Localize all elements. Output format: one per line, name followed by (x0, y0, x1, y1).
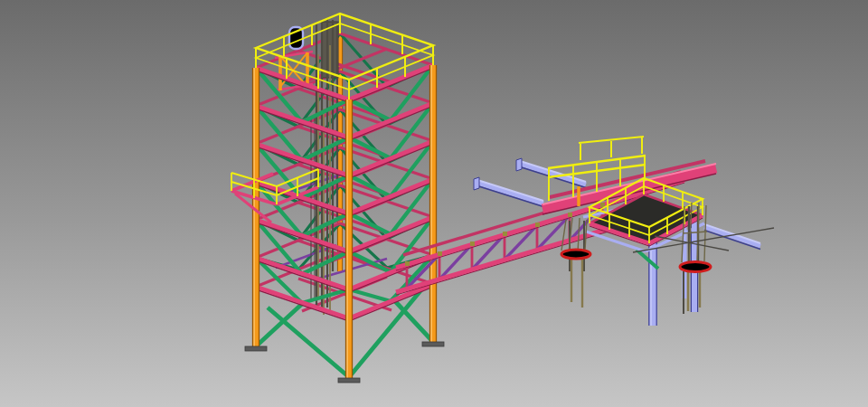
pipe-ring (561, 250, 590, 259)
beam-end-cap (516, 158, 522, 171)
pipe-guide-left[interactable] (561, 218, 590, 308)
beam-end-cap (474, 177, 479, 190)
tower-top-handrail[interactable] (256, 14, 433, 99)
model-view[interactable] (0, 0, 868, 407)
baseplate (338, 378, 360, 383)
baseplate (422, 342, 444, 346)
baseplate (245, 346, 267, 351)
pipe-ring (680, 262, 711, 272)
cad-viewport[interactable] (0, 0, 868, 407)
